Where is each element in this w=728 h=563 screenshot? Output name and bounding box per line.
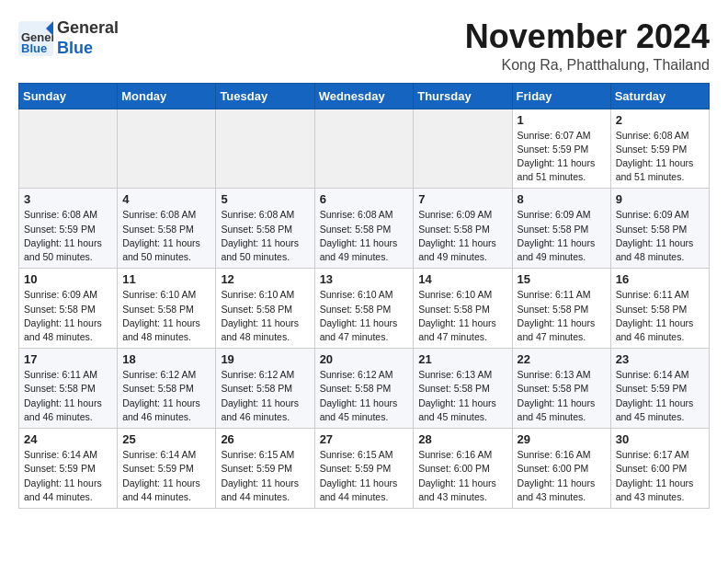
day-number: 26	[221, 432, 309, 446]
calendar-cell	[216, 109, 314, 189]
week-row-2: 3Sunrise: 6:08 AM Sunset: 5:59 PM Daylig…	[19, 189, 710, 269]
weekday-wednesday: Wednesday	[314, 83, 414, 109]
logo-icon: General Blue	[18, 21, 53, 56]
calendar-cell: 24Sunrise: 6:14 AM Sunset: 5:59 PM Dayli…	[19, 429, 118, 509]
weekday-tuesday: Tuesday	[216, 83, 314, 109]
day-number: 12	[221, 272, 309, 286]
header: General Blue General Blue November 2024 …	[18, 18, 710, 74]
cell-content: Sunrise: 6:10 AM Sunset: 5:58 PM Dayligh…	[221, 288, 309, 344]
day-number: 30	[616, 432, 704, 446]
cell-content: Sunrise: 6:09 AM Sunset: 5:58 PM Dayligh…	[616, 208, 704, 264]
weekday-monday: Monday	[118, 83, 216, 109]
weekday-saturday: Saturday	[610, 83, 709, 109]
cell-content: Sunrise: 6:11 AM Sunset: 5:58 PM Dayligh…	[616, 288, 704, 344]
week-row-1: 1Sunrise: 6:07 AM Sunset: 5:59 PM Daylig…	[19, 109, 710, 189]
calendar-cell: 30Sunrise: 6:17 AM Sunset: 6:00 PM Dayli…	[610, 429, 709, 509]
day-number: 2	[616, 113, 704, 127]
calendar-cell: 10Sunrise: 6:09 AM Sunset: 5:58 PM Dayli…	[19, 269, 118, 349]
week-row-4: 17Sunrise: 6:11 AM Sunset: 5:58 PM Dayli…	[19, 349, 710, 429]
calendar-cell	[19, 109, 118, 189]
cell-content: Sunrise: 6:10 AM Sunset: 5:58 PM Dayligh…	[122, 288, 210, 344]
day-number: 7	[418, 192, 506, 206]
cell-content: Sunrise: 6:10 AM Sunset: 5:58 PM Dayligh…	[320, 288, 409, 344]
calendar-cell: 3Sunrise: 6:08 AM Sunset: 5:59 PM Daylig…	[19, 189, 118, 269]
day-number: 14	[418, 272, 506, 286]
day-number: 4	[122, 192, 210, 206]
day-number: 10	[24, 272, 112, 286]
calendar-cell: 26Sunrise: 6:15 AM Sunset: 5:59 PM Dayli…	[216, 429, 314, 509]
cell-content: Sunrise: 6:09 AM Sunset: 5:58 PM Dayligh…	[24, 288, 112, 344]
day-number: 21	[418, 352, 506, 366]
cell-content: Sunrise: 6:11 AM Sunset: 5:58 PM Dayligh…	[518, 288, 606, 344]
day-number: 22	[518, 352, 606, 366]
day-number: 29	[518, 432, 606, 446]
calendar-cell: 14Sunrise: 6:10 AM Sunset: 5:58 PM Dayli…	[414, 269, 512, 349]
cell-content: Sunrise: 6:13 AM Sunset: 5:58 PM Dayligh…	[518, 368, 606, 424]
calendar-cell: 23Sunrise: 6:14 AM Sunset: 5:59 PM Dayli…	[610, 349, 709, 429]
day-number: 11	[122, 272, 210, 286]
calendar-cell: 29Sunrise: 6:16 AM Sunset: 6:00 PM Dayli…	[512, 429, 610, 509]
cell-content: Sunrise: 6:14 AM Sunset: 5:59 PM Dayligh…	[616, 368, 704, 424]
day-number: 15	[518, 272, 606, 286]
logo: General Blue General Blue	[18, 18, 119, 58]
logo-general: General	[57, 18, 119, 37]
calendar: SundayMondayTuesdayWednesdayThursdayFrid…	[18, 83, 710, 509]
cell-content: Sunrise: 6:17 AM Sunset: 6:00 PM Dayligh…	[616, 448, 704, 504]
cell-content: Sunrise: 6:14 AM Sunset: 5:59 PM Dayligh…	[122, 448, 210, 504]
cell-content: Sunrise: 6:16 AM Sunset: 6:00 PM Dayligh…	[518, 448, 606, 504]
calendar-cell: 12Sunrise: 6:10 AM Sunset: 5:58 PM Dayli…	[216, 269, 314, 349]
svg-text:Blue: Blue	[21, 41, 47, 55]
cell-content: Sunrise: 6:14 AM Sunset: 5:59 PM Dayligh…	[24, 448, 112, 504]
calendar-cell: 27Sunrise: 6:15 AM Sunset: 5:59 PM Dayli…	[314, 429, 414, 509]
calendar-cell: 15Sunrise: 6:11 AM Sunset: 5:58 PM Dayli…	[512, 269, 610, 349]
location: Kong Ra, Phatthalung, Thailand	[465, 57, 710, 74]
day-number: 23	[616, 352, 704, 366]
cell-content: Sunrise: 6:12 AM Sunset: 5:58 PM Dayligh…	[320, 368, 409, 424]
calendar-cell: 8Sunrise: 6:09 AM Sunset: 5:58 PM Daylig…	[512, 189, 610, 269]
calendar-cell: 16Sunrise: 6:11 AM Sunset: 5:58 PM Dayli…	[610, 269, 709, 349]
day-number: 3	[24, 192, 112, 206]
day-number: 17	[24, 352, 112, 366]
cell-content: Sunrise: 6:08 AM Sunset: 5:58 PM Dayligh…	[221, 208, 309, 264]
cell-content: Sunrise: 6:07 AM Sunset: 5:59 PM Dayligh…	[518, 129, 606, 185]
calendar-cell: 5Sunrise: 6:08 AM Sunset: 5:58 PM Daylig…	[216, 189, 314, 269]
calendar-cell	[118, 109, 216, 189]
calendar-cell	[314, 109, 414, 189]
calendar-cell: 11Sunrise: 6:10 AM Sunset: 5:58 PM Dayli…	[118, 269, 216, 349]
day-number: 16	[616, 272, 704, 286]
day-number: 27	[320, 432, 409, 446]
calendar-cell: 7Sunrise: 6:09 AM Sunset: 5:58 PM Daylig…	[414, 189, 512, 269]
day-number: 19	[221, 352, 309, 366]
cell-content: Sunrise: 6:15 AM Sunset: 5:59 PM Dayligh…	[221, 448, 309, 504]
day-number: 6	[320, 192, 409, 206]
cell-content: Sunrise: 6:12 AM Sunset: 5:58 PM Dayligh…	[122, 368, 210, 424]
day-number: 1	[518, 113, 606, 127]
cell-content: Sunrise: 6:09 AM Sunset: 5:58 PM Dayligh…	[518, 208, 606, 264]
calendar-cell: 17Sunrise: 6:11 AM Sunset: 5:58 PM Dayli…	[19, 349, 118, 429]
calendar-cell	[414, 109, 512, 189]
weekday-header-row: SundayMondayTuesdayWednesdayThursdayFrid…	[19, 83, 710, 109]
cell-content: Sunrise: 6:10 AM Sunset: 5:58 PM Dayligh…	[418, 288, 506, 344]
cell-content: Sunrise: 6:08 AM Sunset: 5:59 PM Dayligh…	[24, 208, 112, 264]
calendar-cell: 9Sunrise: 6:09 AM Sunset: 5:58 PM Daylig…	[610, 189, 709, 269]
week-row-5: 24Sunrise: 6:14 AM Sunset: 5:59 PM Dayli…	[19, 429, 710, 509]
weekday-sunday: Sunday	[19, 83, 118, 109]
calendar-cell: 2Sunrise: 6:08 AM Sunset: 5:59 PM Daylig…	[610, 109, 709, 189]
month-title: November 2024	[465, 18, 710, 55]
day-number: 13	[320, 272, 409, 286]
cell-content: Sunrise: 6:11 AM Sunset: 5:58 PM Dayligh…	[24, 368, 112, 424]
calendar-cell: 20Sunrise: 6:12 AM Sunset: 5:58 PM Dayli…	[314, 349, 414, 429]
day-number: 18	[122, 352, 210, 366]
cell-content: Sunrise: 6:16 AM Sunset: 6:00 PM Dayligh…	[418, 448, 506, 504]
day-number: 28	[418, 432, 506, 446]
cell-content: Sunrise: 6:12 AM Sunset: 5:58 PM Dayligh…	[221, 368, 309, 424]
calendar-cell: 19Sunrise: 6:12 AM Sunset: 5:58 PM Dayli…	[216, 349, 314, 429]
calendar-cell: 28Sunrise: 6:16 AM Sunset: 6:00 PM Dayli…	[414, 429, 512, 509]
page: General Blue General Blue November 2024 …	[0, 0, 728, 518]
day-number: 24	[24, 432, 112, 446]
weekday-friday: Friday	[512, 83, 610, 109]
cell-content: Sunrise: 6:13 AM Sunset: 5:58 PM Dayligh…	[418, 368, 506, 424]
calendar-cell: 4Sunrise: 6:08 AM Sunset: 5:58 PM Daylig…	[118, 189, 216, 269]
day-number: 8	[518, 192, 606, 206]
cell-content: Sunrise: 6:08 AM Sunset: 5:58 PM Dayligh…	[320, 208, 409, 264]
